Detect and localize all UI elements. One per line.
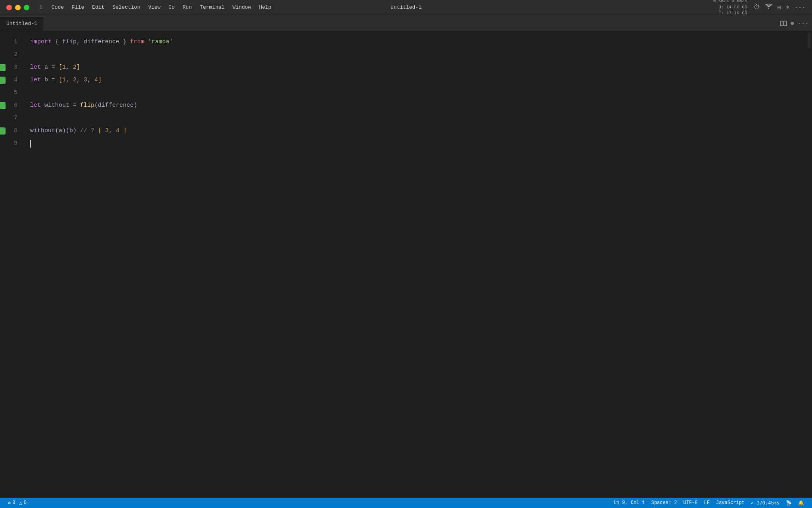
num-3b: 3 [84, 74, 87, 87]
code-line-3: let a = [1, 2] [30, 61, 800, 74]
code-line-6: let without = flip(difference) [30, 99, 800, 112]
wifi-icon [765, 4, 773, 11]
breakpoint-8[interactable] [0, 127, 6, 135]
code-line-2 [30, 48, 800, 61]
line-num-1: 1 [0, 36, 24, 48]
status-bar: ⊗ 0 △ 0 Ln 9, Col 1 Spaces: 2 UTF-8 LF J… [0, 498, 812, 508]
line-num-7: 7 [0, 112, 24, 125]
line-num-8: 8 [0, 125, 24, 137]
menu-view[interactable]: View [145, 4, 164, 11]
status-left: ⊗ 0 △ 0 [5, 500, 30, 506]
tab-actions: ● ··· [777, 16, 812, 31]
line-num-9: 9 [0, 137, 24, 150]
editor-body: 1 2 3 4 5 6 7 8 9 import { flip, differe… [0, 31, 812, 498]
code-line-8: without(a)(b) // ? [ 3, 4 ] [30, 125, 800, 137]
menu-window[interactable]: Window [229, 4, 254, 11]
bracket-close-3: ] [77, 61, 80, 74]
keyword-let-4: let [30, 74, 41, 87]
menu-selection[interactable]: Selection [109, 4, 143, 11]
file-encoding[interactable]: UTF-8 [680, 500, 701, 506]
active-tab[interactable]: Untitled-1 [0, 16, 44, 31]
scrollbar[interactable] [806, 31, 812, 498]
keyword-import: import [30, 36, 52, 48]
code-editor[interactable]: import { flip, difference } from 'ramda'… [24, 31, 806, 498]
keyword-from: from [130, 36, 144, 48]
fn-flip: flip [80, 99, 94, 112]
titlebar:  Code File Edit Selection View Go Run T… [0, 0, 812, 15]
num-2: 2 [73, 61, 77, 74]
error-count[interactable]: ⊗ 0 △ 0 [5, 500, 30, 506]
keyword-let-6: let [30, 99, 41, 112]
comment-result: // ? [80, 125, 98, 137]
more-icon[interactable]: ··· [794, 4, 806, 11]
text-cursor [30, 140, 31, 148]
breakpoint-3[interactable] [0, 64, 6, 71]
maximize-button[interactable] [24, 5, 29, 10]
num-2b: 2 [73, 74, 77, 87]
result-4: 4 [116, 125, 119, 137]
num-1: 1 [62, 61, 66, 74]
bracket-close-4: ] [98, 74, 102, 87]
minimize-button[interactable] [15, 5, 21, 10]
tab-more-button[interactable]: ··· [798, 20, 809, 27]
menu-terminal[interactable]: Terminal [197, 4, 228, 11]
line-num-2: 2 [0, 48, 24, 61]
traffic-lights [6, 5, 29, 10]
code-line-4: let b = [1, 2, 3, 4] [30, 74, 800, 87]
code-line-7 [30, 112, 800, 125]
code-line-5 [30, 87, 800, 99]
result-bracket-close: ] [123, 125, 126, 137]
code-line-1: import { flip, difference } from 'ramda' [30, 36, 800, 48]
titlebar-right: 0 KB/s 0 KB/s U: 14.80 GB F: 17.19 GB ⏱ … [713, 0, 806, 17]
bracket-open-3: [ [59, 61, 62, 74]
line-numbers: 1 2 3 4 5 6 7 8 9 [0, 31, 24, 498]
code-line-9 [30, 137, 800, 150]
apple-menu[interactable]:  [37, 4, 47, 11]
tab-title: Untitled-1 [6, 21, 37, 27]
num-1b: 1 [62, 74, 66, 87]
menu-go[interactable]: Go [165, 4, 178, 11]
titlebar-icons: ⏱ ⊟ ⌖ ··· [754, 4, 806, 12]
tab-dot-indicator: ● [790, 19, 795, 27]
network-stat: 0 KB/s 0 KB/s [713, 0, 747, 4]
call-without: without [30, 125, 55, 137]
menu-help[interactable]: Help [256, 4, 274, 11]
menu-file[interactable]: File [69, 4, 87, 11]
cursor-position[interactable]: Ln 9, Col 1 [610, 500, 648, 506]
controls-icon[interactable]: ⊟ [778, 4, 781, 12]
string-ramda: 'ramda' [148, 36, 173, 48]
cursor-icon[interactable]: ⌖ [786, 4, 789, 11]
error-icon: ⊗ [8, 500, 11, 506]
fn-difference: difference [98, 99, 134, 112]
keyword-let-3: let [30, 61, 41, 74]
titlebar-left:  Code File Edit Selection View Go Run T… [6, 4, 274, 11]
error-number: 0 [12, 500, 15, 506]
split-editor-button[interactable] [780, 21, 787, 26]
editor-tabs: Untitled-1 ● ··· [0, 15, 812, 31]
breakpoint-6[interactable] [0, 102, 6, 109]
line-ending[interactable]: LF [701, 500, 713, 506]
menu-edit[interactable]: Edit [89, 4, 107, 11]
bracket-open-4: [ [59, 74, 62, 87]
line-num-5: 5 [0, 87, 24, 99]
storage-u-stat: U: 14.80 GB [713, 4, 747, 10]
warning-icon: △ [19, 500, 22, 506]
warning-number: 0 [24, 500, 27, 506]
line-num-3: 3 [0, 61, 24, 74]
scrollbar-track [808, 33, 811, 48]
status-right: Ln 9, Col 1 Spaces: 2 UTF-8 LF JavaScrip… [610, 500, 807, 506]
system-stats: 0 KB/s 0 KB/s U: 14.80 GB F: 17.19 GB [713, 0, 747, 17]
broadcast-icon[interactable]: 📡 [783, 500, 795, 506]
clock-icon[interactable]: ⏱ [754, 4, 760, 11]
line-num-6: 6 [0, 99, 24, 112]
language-mode[interactable]: JavaScript [713, 500, 748, 506]
close-button[interactable] [6, 5, 12, 10]
indentation[interactable]: Spaces: 2 [648, 500, 680, 506]
svg-rect-0 [780, 21, 783, 26]
notification-bell[interactable]: 🔔 [795, 500, 807, 506]
breakpoint-4[interactable] [0, 77, 6, 84]
timing-info: ✓ 170.45ms [748, 500, 783, 506]
menu-code[interactable]: Code [48, 4, 67, 11]
svg-rect-1 [784, 21, 787, 26]
menu-run[interactable]: Run [180, 4, 195, 11]
